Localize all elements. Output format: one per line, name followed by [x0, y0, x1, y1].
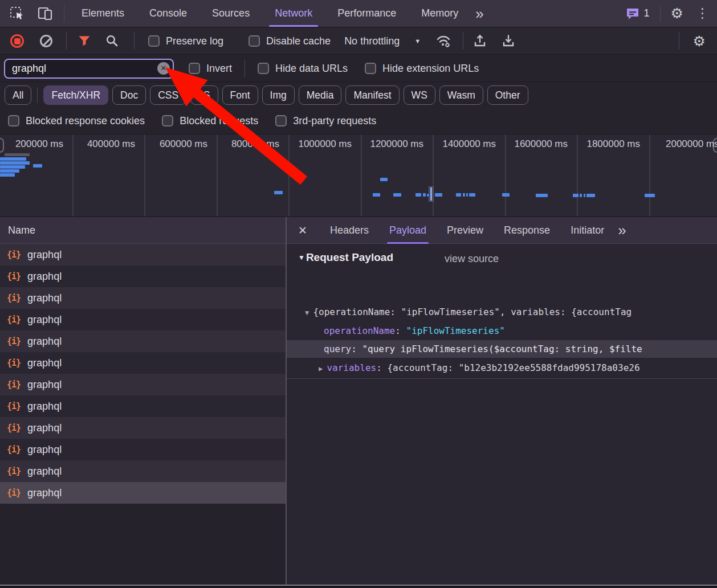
request-row[interactable]: {i}graphql [0, 287, 286, 309]
waterfall-bar[interactable] [0, 169, 19, 173]
waterfall-bar[interactable] [423, 193, 426, 197]
waterfall-bar[interactable] [0, 173, 15, 177]
waterfall-bar[interactable] [5, 153, 30, 156]
waterfall-bar[interactable] [393, 193, 401, 197]
close-details-icon[interactable]: ✕ [298, 224, 307, 237]
clear-network-log-icon[interactable] [40, 35, 52, 47]
blocked-response-cookies-checkbox[interactable] [8, 115, 19, 126]
chip-js[interactable]: JS [190, 85, 218, 105]
detail-tab-initiator[interactable]: Initiator [568, 217, 606, 244]
request-payload-expander-icon[interactable]: ▼ [298, 254, 305, 262]
clear-filter-icon[interactable]: ✕ [157, 62, 170, 75]
waterfall-bar[interactable] [415, 193, 421, 197]
waterfall-bar[interactable] [584, 194, 585, 197]
json-braces-icon: {i} [7, 358, 21, 368]
waterfall-bar[interactable] [435, 193, 442, 197]
chip-css[interactable]: CSS [150, 85, 186, 105]
payload-preview-row[interactable]: ▼ {operationName: "ipFlowTimeseries", va… [305, 303, 715, 321]
waterfall-bar[interactable] [536, 194, 548, 197]
issues-icon[interactable] [625, 7, 640, 21]
request-row[interactable]: {i}graphql [0, 374, 286, 395]
request-row[interactable]: {i}graphql [0, 244, 286, 266]
waterfall-bar[interactable] [0, 165, 25, 169]
waterfall-bar[interactable] [502, 193, 510, 197]
request-row[interactable]: {i}graphql [0, 330, 286, 352]
kebab-menu-icon[interactable]: ⋮ [696, 7, 709, 20]
chip-wasm[interactable]: Wasm [439, 85, 483, 105]
throttling-select[interactable]: No throttling [344, 35, 400, 47]
waterfall-bar[interactable] [456, 193, 461, 197]
tab-elements[interactable]: Elements [75, 0, 131, 27]
tab-network[interactable]: Network [268, 0, 319, 27]
view-source-link[interactable]: view source [445, 253, 499, 265]
chip-ws[interactable]: WS [404, 85, 435, 105]
name-column-header[interactable]: Name [0, 217, 286, 244]
waterfall-bar[interactable] [580, 194, 582, 197]
device-toolbar-icon[interactable] [36, 6, 54, 21]
record-network-log-icon[interactable] [10, 34, 24, 48]
filter-input[interactable] [4, 59, 174, 79]
disable-cache-checkbox[interactable] [248, 35, 260, 47]
waterfall-bar[interactable] [274, 191, 283, 194]
chip-doc[interactable]: Doc [112, 85, 146, 105]
request-row[interactable]: {i}graphql [0, 417, 286, 439]
hide-data-urls-checkbox[interactable] [258, 63, 269, 74]
chip-font[interactable]: Font [222, 85, 258, 105]
network-overview-timeline[interactable]: 200000 ms400000 ms600000 ms800000 ms1000… [0, 134, 717, 217]
chip-manifest[interactable]: Manifest [345, 85, 399, 105]
waterfall-bar[interactable] [33, 164, 42, 168]
request-name: graphql [27, 357, 62, 369]
waterfall-bar[interactable] [586, 194, 595, 197]
waterfall-bar[interactable] [573, 194, 579, 197]
preserve-log-checkbox[interactable] [148, 35, 160, 47]
request-row[interactable]: {i}graphql [0, 439, 286, 460]
network-conditions-icon[interactable] [435, 34, 453, 48]
chip-other[interactable]: Other [487, 85, 528, 105]
tab-console[interactable]: Console [142, 0, 194, 27]
detail-tab-payload[interactable]: Payload [387, 217, 429, 244]
chip-fetch-xhr[interactable]: Fetch/XHR [43, 85, 108, 105]
blocked-requests-checkbox[interactable] [162, 115, 173, 126]
waterfall-bar[interactable] [380, 178, 388, 181]
tab-sources[interactable]: Sources [205, 0, 256, 27]
payload-variables-row[interactable]: ▶ variables: {accountTag: "b12e3b2192ee5… [319, 359, 717, 377]
request-row[interactable]: {i}graphql [0, 352, 286, 374]
waterfall-bar[interactable] [469, 193, 475, 197]
more-panels-icon[interactable]: » [475, 6, 483, 21]
export-har-icon[interactable] [501, 34, 516, 48]
payload-query-row[interactable]: query: "query ipFlowTimeseries($accountT… [324, 340, 717, 358]
blocked-requests-label: Blocked requests [180, 115, 258, 127]
chip-all[interactable]: All [5, 85, 31, 105]
settings-gear-icon[interactable]: ⚙ [671, 6, 683, 21]
invert-checkbox[interactable] [189, 63, 200, 74]
third-party-requests-checkbox[interactable] [275, 115, 287, 126]
hide-extension-urls-checkbox[interactable] [365, 63, 376, 74]
network-settings-gear-icon[interactable]: ⚙ [693, 34, 706, 48]
waterfall-bar[interactable] [373, 193, 380, 197]
tab-memory[interactable]: Memory [414, 0, 465, 27]
request-row[interactable]: {i}graphql [0, 460, 286, 482]
request-row[interactable]: {i}graphql [0, 266, 286, 287]
waterfall-selected-marker[interactable] [429, 186, 434, 202]
request-row[interactable]: {i}graphql [0, 482, 286, 504]
request-row[interactable]: {i}graphql [0, 395, 286, 417]
inspect-element-icon[interactable] [9, 6, 25, 22]
chip-media[interactable]: Media [299, 85, 342, 105]
waterfall-bar[interactable] [466, 193, 468, 197]
waterfall-bar[interactable] [0, 157, 26, 161]
filter-funnel-icon[interactable] [78, 35, 91, 47]
waterfall-bar[interactable] [0, 161, 30, 165]
throttling-dropdown-arrow-icon[interactable]: ▼ [414, 38, 421, 44]
request-row[interactable]: {i}graphql [0, 309, 286, 330]
chip-img[interactable]: Img [262, 85, 295, 105]
search-icon[interactable] [105, 34, 119, 48]
tab-performance[interactable]: Performance [331, 0, 403, 27]
preserve-log-label: Preserve log [166, 35, 223, 47]
waterfall-bar[interactable] [463, 193, 465, 197]
detail-tab-preview[interactable]: Preview [445, 217, 486, 244]
details-more-tabs-icon[interactable]: » [618, 223, 626, 238]
waterfall-bar[interactable] [645, 194, 655, 197]
detail-tab-response[interactable]: Response [502, 217, 552, 244]
detail-tab-headers[interactable]: Headers [328, 217, 371, 244]
import-har-icon[interactable] [472, 34, 487, 48]
